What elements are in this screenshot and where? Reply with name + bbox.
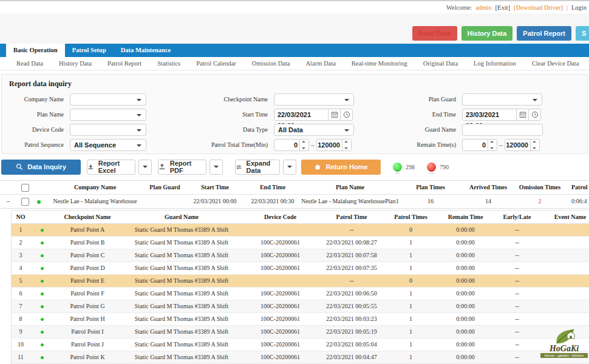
remain-time-cell: 0:00:00 [437, 275, 494, 287]
submenu-history-data[interactable]: History Data [51, 60, 100, 67]
early-late-cell: -- [494, 288, 540, 300]
expand-data-dropdown-button[interactable] [283, 160, 296, 175]
logo-name: HoGaKi [540, 345, 588, 352]
green-status-dot [41, 280, 44, 283]
report-pdf-button[interactable]: Report PDF [158, 160, 206, 175]
return-home-button[interactable]: Return Home [301, 160, 381, 175]
plan-guard-select[interactable] [462, 93, 542, 106]
read-data-button[interactable]: Read Data [412, 26, 457, 41]
submenu-realtime-monitoring[interactable]: Real-time Monitoring [344, 60, 415, 67]
detail-table-row[interactable]: 1 Patrol Point A Static Guard M Thomas #… [11, 224, 589, 237]
data-type-select[interactable]: All Data [274, 124, 354, 136]
submenu-original-data[interactable]: Original Data [415, 60, 466, 67]
report-pdf-dropdown-button[interactable] [209, 160, 223, 175]
end-time-header: End Time [245, 181, 300, 194]
row-number-cell: 9 [12, 326, 30, 338]
remain-time-min-stepper[interactable]: 0 [462, 139, 497, 151]
submenu-omission-data[interactable]: Omission Data [244, 60, 298, 67]
early-late-cell: -- [494, 237, 540, 249]
stepper-arrows-icon[interactable] [488, 140, 497, 150]
early-late-cell: -- [494, 313, 540, 325]
tab-basic-operation[interactable]: Basic Operation [6, 44, 65, 57]
patrol-time-cell: 22/03/2021 00:05:19 [318, 326, 385, 338]
patrol-total-time-max-stepper[interactable]: 120000 [316, 139, 352, 151]
submenu-clear-device-data[interactable]: Clear Device Data [524, 60, 587, 67]
row-checkbox[interactable] [21, 198, 29, 206]
patrol-time-cell: -- [318, 224, 385, 236]
row-status-cell [33, 195, 45, 208]
form-column-2: Checkpoint Name Start Time 22/03/2021 00… [152, 92, 359, 152]
device-code-select[interactable] [70, 124, 146, 136]
welcome-bar: Welcome: admin [Exit] [Download Driver] … [0, 0, 589, 13]
patrol-report-button[interactable]: Patrol Report [517, 26, 571, 41]
data-inquiry-button[interactable]: Data Inquiry [1, 160, 81, 175]
start-time-input[interactable]: 22/03/2021 00:00 [274, 109, 329, 121]
detail-table-row[interactable]: 6 Patrol Point F Static Guard M Thomas #… [11, 288, 589, 300]
select-all-checkbox[interactable] [21, 184, 29, 192]
submenu-device-timing[interactable]: Device Timing [587, 60, 589, 67]
detail-table-row[interactable]: 7 Patrol Point G Static Guard M Thomas #… [11, 300, 589, 313]
download-driver-link[interactable]: [Download Driver] [514, 4, 563, 11]
stepper-arrows-icon[interactable] [299, 140, 308, 150]
end-time-clock-button[interactable] [528, 109, 541, 121]
event-name-header: Event Name [540, 211, 589, 223]
start-time-clock-button[interactable] [340, 109, 353, 121]
search-icon [16, 163, 23, 170]
tab-patrol-setup[interactable]: Patrol Setup [65, 44, 114, 57]
row-number-cell: 6 [12, 288, 30, 300]
exit-link[interactable]: [Exit] [495, 4, 511, 11]
patrol-sequence-select[interactable]: All Sequence [70, 139, 146, 151]
submenu-alarm-data[interactable]: Alarm Data [298, 60, 344, 67]
username: admin [475, 4, 491, 11]
submenu-patrol-calendar[interactable]: Patrol Calendar [188, 60, 244, 67]
statistics-button-cut[interactable]: S [576, 26, 589, 41]
submenu-patrol-report[interactable]: Patrol Report [100, 60, 149, 67]
checkpoint-name-cell: Patrol Point K [54, 351, 121, 363]
early-late-cell: -- [494, 249, 540, 261]
patrol-total-time-min-stepper[interactable]: 0 [274, 139, 309, 151]
remain-time-label: Remain Time(s) [359, 141, 462, 148]
detail-table-row[interactable]: 5 Patrol Point E Static Guard M Thomas #… [11, 275, 589, 288]
end-time-input[interactable]: 23/03/2021 00:00 [462, 109, 517, 121]
detail-table-row[interactable]: 8 Patrol Point H Static Guard M Thomas #… [11, 313, 589, 326]
start-time-calendar-button[interactable] [328, 109, 341, 121]
plan-name-select[interactable] [70, 109, 146, 121]
submenu-statistics[interactable]: Statistics [149, 60, 188, 67]
submenu-log-information[interactable]: Log Information [466, 60, 524, 67]
tab-data-maintenance[interactable]: Data Maintenance [114, 44, 179, 57]
end-time-calendar-button[interactable] [516, 109, 529, 121]
summary-table: Company Name Plan Guard Start Time End T… [0, 180, 589, 209]
stepper-arrows-icon[interactable] [530, 140, 539, 150]
export-pdf-icon [158, 163, 166, 170]
guard-name-input[interactable] [462, 124, 543, 136]
detail-table-row[interactable]: 4 Patrol Point D Static Guard M Thomas #… [11, 262, 589, 275]
detail-table-row[interactable]: 2 Patrol Point B Static Guard M Thomas #… [11, 237, 589, 249]
early-late-cell: -- [494, 351, 540, 363]
row-number-cell: 4 [12, 262, 30, 274]
remain-time-max-stepper[interactable]: 120000 [505, 139, 540, 151]
guard-name-cell: Static Guard M Thomas #3389 A Shift [121, 339, 242, 351]
detail-table-row[interactable]: 9 Patrol Point I Static Guard M Thomas #… [11, 326, 589, 339]
guard-name-cell: Static Guard M Thomas #3389 A Shift [121, 249, 242, 261]
green-status-dot [41, 241, 44, 244]
expand-data-button[interactable]: Expand Data [235, 160, 280, 175]
main-tab-bar: Basic Operation Patrol Setup Data Mainte… [0, 44, 589, 57]
stepper-arrows-icon[interactable] [342, 140, 351, 150]
submenu-read-data[interactable]: Read Data [9, 60, 51, 67]
report-excel-button[interactable]: Report Excel [87, 160, 135, 175]
company-name-select[interactable] [70, 93, 146, 106]
collapse-row-toggle[interactable]: − [0, 195, 17, 208]
device-code-cell: 100C-20200061 [242, 300, 318, 312]
checkpoint-name-select[interactable] [274, 93, 354, 106]
login-link[interactable]: Login [571, 4, 587, 11]
report-excel-dropdown-button[interactable] [138, 160, 152, 175]
summary-table-row[interactable]: − Nestle Lae - Malahang Warehouse 22/03/… [0, 195, 589, 209]
detail-table-row[interactable]: 10 Patrol Point J Static Guard M Thomas … [11, 339, 589, 351]
patrol-times-cell: 1 [385, 351, 437, 363]
detail-table-row[interactable]: 3 Patrol Point C Static Guard M Thomas #… [11, 249, 589, 262]
detail-table-row[interactable]: 11 Patrol Point K Static Guard M Thomas … [11, 351, 589, 364]
patrol-times-header: Patrol Times [385, 211, 437, 223]
history-data-button[interactable]: History Data [461, 26, 513, 41]
patrol-time-header: Patrol Time [318, 211, 385, 223]
no-header: NO [12, 211, 30, 223]
